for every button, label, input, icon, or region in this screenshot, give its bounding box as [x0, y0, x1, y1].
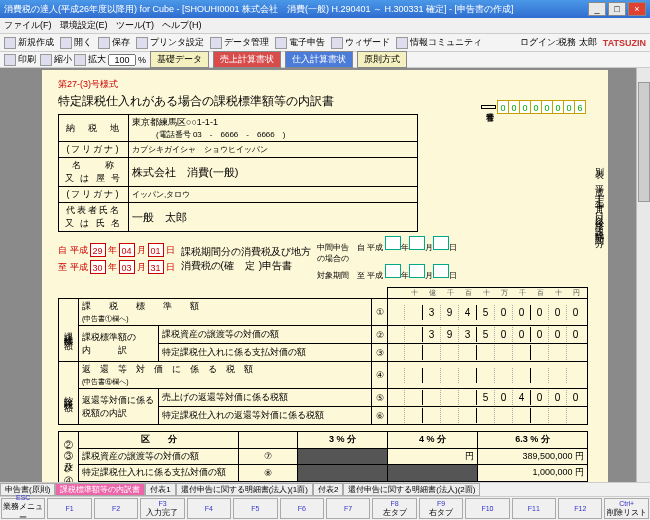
fkey-F3[interactable]: F3入力完了 — [140, 498, 184, 519]
r1-label: 課 税 標 準 額(申告書①欄へ) — [79, 299, 372, 326]
to-label: 至 平成 — [58, 261, 88, 274]
to-day[interactable]: 31 — [148, 260, 164, 274]
r1-amount[interactable]: 394500000 — [388, 299, 588, 326]
workspace: 第27-(3)号様式 特定課税仕入れがある場合の課税標準額等の内訳書 管理番号 … — [0, 68, 650, 482]
zoom-in-icon[interactable] — [74, 54, 86, 66]
toolbar-main: 新規作成 開く 保存 プリンタ設定 データ管理 電子申告 ウィザード 情報コミュ… — [0, 34, 650, 52]
efile-button[interactable]: 電子申告 — [275, 36, 325, 49]
fkey-ESC[interactable]: ESC業務メニュー — [1, 498, 45, 519]
company-name-label: 名 称 又 は 屋 号 — [59, 158, 129, 187]
to-month[interactable]: 03 — [119, 260, 135, 274]
r5-label-a: 返還等対価に係る税額の内訳 — [79, 389, 159, 425]
sheet-tabs: 申告書(原則) 課税標準額等の内訳書 付表1 還付申告に関する明細書(法人)(1… — [0, 482, 650, 496]
r6-label-b: 特定課税仕入れの返還等対価に係る税額 — [159, 407, 372, 425]
r2-amount[interactable]: 393500000 — [388, 326, 588, 344]
fkey-F1[interactable]: F1 — [47, 498, 91, 519]
brand-logo: TATSUZIN — [603, 38, 646, 48]
menu-env[interactable]: 環境設定(E) — [60, 19, 108, 32]
new-icon — [4, 37, 16, 49]
printer-icon — [136, 37, 148, 49]
data-manage-button[interactable]: データ管理 — [210, 36, 269, 49]
open-icon — [60, 37, 72, 49]
fkey-Ctrl+[interactable]: Ctrl+削除リスト — [604, 498, 648, 519]
fkey-F8[interactable]: F8左タブ — [372, 498, 416, 519]
scrollbar-thumb[interactable] — [638, 82, 650, 202]
menu-help[interactable]: ヘルプ(H) — [162, 19, 202, 32]
tab-purchase-calc[interactable]: 仕入計算書状 — [285, 51, 353, 68]
efile-icon — [275, 37, 287, 49]
taxpayer-table: 納 税 地 東京都練馬区○○1-1-1 (電話番号 03 - 6666 - 66… — [58, 114, 418, 232]
from-month[interactable]: 04 — [119, 243, 135, 257]
mgmt-label: 管理番号 — [481, 105, 496, 109]
wizard-button[interactable]: ウィザード — [331, 36, 390, 49]
open-button[interactable]: 開く — [60, 36, 92, 49]
fkey-F7[interactable]: F7 — [326, 498, 370, 519]
tab-principle[interactable]: 原則方式 — [357, 51, 407, 68]
period-text: 課税期間分の消費税及び地方 消費税の(確 定)申告書 — [181, 245, 311, 273]
tax-place-value[interactable]: 東京都練馬区○○1-1-1 (電話番号 03 - 6666 - 6666 ) — [129, 115, 418, 142]
btab-3[interactable]: 還付申告に関する明細書(法人)(1面) — [176, 483, 313, 496]
to-year[interactable]: 30 — [90, 260, 106, 274]
tab-basic-data[interactable]: 基礎データ — [150, 51, 209, 68]
rep-name-value[interactable]: 一般 太郎 — [129, 203, 418, 232]
form-page: 第27-(3)号様式 特定課税仕入れがある場合の課税標準額等の内訳書 管理番号 … — [42, 70, 608, 482]
fkey-F5[interactable]: F5 — [233, 498, 277, 519]
furigana1-value[interactable]: カブシキガイシャ ショウヒイッパン — [129, 142, 418, 158]
r4-amount[interactable] — [388, 362, 588, 389]
from-year[interactable]: 29 — [90, 243, 106, 257]
menubar: ファイル(F) 環境設定(E) ツール(T) ヘルプ(H) — [0, 18, 650, 34]
mgmt-digit[interactable]: 6 — [574, 100, 586, 114]
btab-4[interactable]: 付表2 — [313, 483, 343, 496]
furigana1-label: (フリガナ) — [59, 142, 129, 158]
period-row: 自 平成 29年 04月 01日 至 平成 30年 03月 31日 課税期間分の… — [58, 236, 592, 281]
fkey-F6[interactable]: F6 — [280, 498, 324, 519]
print-button[interactable]: 印刷 — [4, 53, 36, 66]
zoom-out-icon[interactable] — [40, 54, 52, 66]
r6-amount[interactable] — [388, 407, 588, 425]
data-icon — [210, 37, 222, 49]
fkey-F10[interactable]: F10 — [465, 498, 509, 519]
fkey-F12[interactable]: F12 — [558, 498, 602, 519]
fkey-F11[interactable]: F11 — [512, 498, 556, 519]
main-amount-table: 十億千百十万千百十円 課税標準額 課 税 標 準 額(申告書①欄へ) ① 394… — [58, 287, 588, 425]
r3-label-b: 特定課税仕入れに係る支払対価の額 — [159, 344, 372, 362]
furigana2-value[interactable]: イッパン,タロウ — [129, 187, 418, 203]
save-icon — [98, 37, 110, 49]
community-button[interactable]: 情報コミュニティ — [396, 36, 482, 49]
function-keys: ESC業務メニューF1F2F3入力完了F4F5F6F7F8左タブF9右タブF10… — [0, 496, 650, 520]
print-setup-button[interactable]: プリンタ設定 — [136, 36, 204, 49]
interim-block: 中間申告 自 平成 年月日 の場合の 対象期間 至 平成 年月日 — [317, 236, 457, 281]
fkey-F4[interactable]: F4 — [187, 498, 231, 519]
r5-label-b: 売上げの返還等対価に係る税額 — [159, 389, 372, 407]
maximize-button[interactable]: □ — [608, 2, 626, 16]
r5-amount[interactable]: 504000 — [388, 389, 588, 407]
menu-file[interactable]: ファイル(F) — [4, 19, 52, 32]
new-button[interactable]: 新規作成 — [4, 36, 54, 49]
save-button[interactable]: 保存 — [98, 36, 130, 49]
minimize-button[interactable]: _ — [588, 2, 606, 16]
furigana2-label: (フリガナ) — [59, 187, 129, 203]
titlebar: 消費税の達人(平成26年度以降用) for Cube - [SHOUHI0001… — [0, 0, 650, 18]
r2-label-a: 課税標準額の内 訳 — [79, 326, 159, 362]
tab-sales-calc[interactable]: 売上計算書状 — [213, 51, 281, 68]
r3-amount[interactable] — [388, 344, 588, 362]
from-day[interactable]: 01 — [148, 243, 164, 257]
rep-name-label: 代表者氏名 又 は 氏 名 — [59, 203, 129, 232]
wizard-icon — [331, 37, 343, 49]
fkey-F9[interactable]: F9右タブ — [419, 498, 463, 519]
btab-1[interactable]: 課税標準額等の内訳書 — [55, 483, 145, 496]
rowhdr-breakdown: ②③及び④の内訳 — [59, 432, 79, 483]
btab-2[interactable]: 付表1 — [145, 483, 175, 496]
fkey-F2[interactable]: F2 — [94, 498, 138, 519]
zoom-input[interactable] — [108, 54, 136, 66]
vertical-scrollbar[interactable] — [636, 68, 650, 482]
btab-5[interactable]: 還付申告に関する明細書(法人)(2面) — [343, 483, 480, 496]
r2-label-b: 課税資産の譲渡等の対価の額 — [159, 326, 372, 344]
menu-tool[interactable]: ツール(T) — [116, 19, 155, 32]
company-name-value[interactable]: 株式会社 消費(一般) — [129, 158, 418, 187]
mgmt-number-box: 管理番号 00000006 — [481, 100, 586, 114]
toolbar-view: 印刷 縮小 拡大 % 基礎データ 売上計算書状 仕入計算書状 原則方式 — [0, 52, 650, 68]
close-button[interactable]: × — [628, 2, 646, 16]
breakdown-table: ②③及び④の内訳 区 分 3 % 分 4 % 分 6.3 % 分 課税資産の譲渡… — [58, 431, 588, 482]
print-icon — [4, 54, 16, 66]
